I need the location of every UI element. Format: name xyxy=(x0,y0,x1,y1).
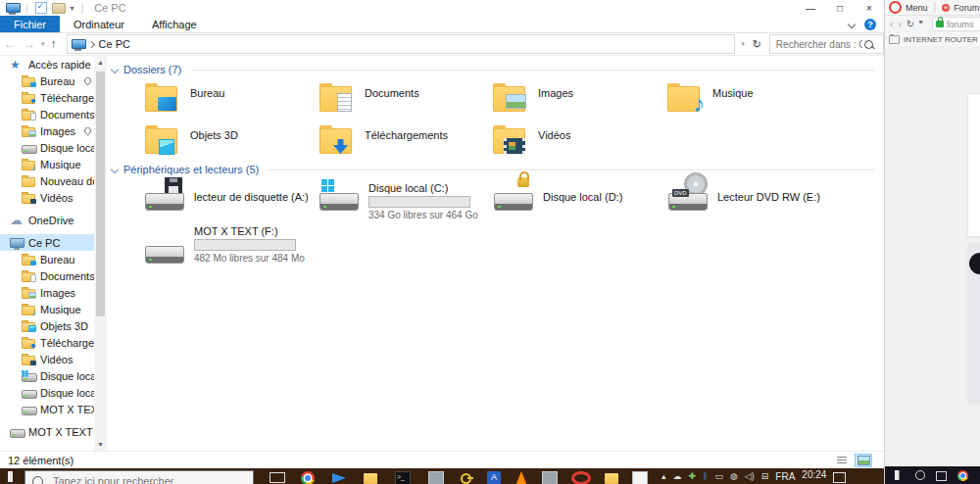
search-box[interactable] xyxy=(769,34,884,54)
clock[interactable]: 20:24 xyxy=(802,469,826,480)
sidebar-item-nouveau-dossier[interactable]: Nouveau dossier xyxy=(0,172,94,189)
customize-qat-chevron-icon[interactable]: ▾ xyxy=(71,4,74,13)
sidebar-item-musique-pc[interactable]: ♪Musique xyxy=(0,301,94,317)
cortana-icon[interactable] xyxy=(915,470,925,480)
sidebar-item-musique[interactable]: ♪Musique xyxy=(0,156,94,172)
onedrive-tray-icon[interactable]: ☁ xyxy=(673,472,682,481)
folder-tile-musique[interactable]: ♪ Musique xyxy=(667,81,838,121)
address-dropdown-chevron-icon[interactable]: ▾ xyxy=(741,40,745,48)
file-explorer-icon[interactable] xyxy=(364,473,377,484)
folder-tile-bureau[interactable]: Bureau xyxy=(145,81,316,121)
tab-ordinateur[interactable]: Ordinateur xyxy=(60,16,138,32)
sidebar-item-documents[interactable]: Documents xyxy=(0,106,94,122)
sidebar-item-telechargements[interactable]: Téléchargements xyxy=(0,89,94,106)
drive-tile-mot-x-text-f[interactable]: MOT X TEXT (F:) 482 Mo libres sur 484 Mo xyxy=(145,224,316,264)
display-tray-icon[interactable]: ▭ xyxy=(714,472,723,481)
opera-menu-label[interactable]: Menu xyxy=(906,3,928,13)
maximize-button[interactable]: □ xyxy=(825,0,855,16)
folder-tile-objets-3d[interactable]: Objets 3D xyxy=(145,123,316,163)
browser-reload-icon[interactable]: ↻ xyxy=(906,19,914,29)
action-center-icon[interactable] xyxy=(833,472,846,483)
chrome-icon[interactable] xyxy=(957,470,968,481)
opera-icon[interactable] xyxy=(571,471,591,484)
start-button-windows-icon[interactable] xyxy=(895,470,905,480)
group-header-dossiers[interactable]: Dossiers (7) xyxy=(112,64,874,75)
drive-tile-floppy-a[interactable]: lecteur de disquette (A:) xyxy=(145,181,316,220)
sidebar-item-ce-pc[interactable]: Ce PC xyxy=(0,234,94,251)
sidebar-item-mot-x-text-root[interactable]: MOT X TEXT (F:) xyxy=(0,423,94,440)
bluetooth-icon[interactable]: ᛒ xyxy=(703,472,708,481)
browser-back-icon[interactable]: ‹ xyxy=(890,19,893,29)
volume-icon[interactable]: ◁) xyxy=(745,472,755,481)
vlc-icon[interactable] xyxy=(514,471,528,484)
word-app-icon[interactable] xyxy=(487,471,501,484)
sidebar-item-images-pc[interactable]: Images xyxy=(0,284,94,301)
close-button[interactable]: × xyxy=(855,0,884,16)
scrollbar-thumb[interactable] xyxy=(96,72,105,316)
collapse-group-chevron-icon[interactable] xyxy=(111,166,119,173)
scroll-down-icon[interactable]: ▾ xyxy=(94,438,107,451)
task-view-icon[interactable] xyxy=(936,471,947,481)
app-window-icon[interactable] xyxy=(428,471,444,484)
drive-tile-disque-d[interactable]: Disque local (D:) xyxy=(494,181,664,220)
sidebar-item-disque-d[interactable]: Disque local (D:) xyxy=(0,139,94,156)
recent-locations-chevron-icon[interactable]: ▾ xyxy=(41,40,45,48)
group-header-peripheriques[interactable]: Périphériques et lecteurs (5) xyxy=(112,164,874,175)
speed-dial-icon[interactable] xyxy=(919,21,927,28)
folder-tile-documents[interactable]: Documents xyxy=(319,81,490,121)
tab-fichier[interactable]: Fichier xyxy=(0,16,60,32)
sidebar-item-videos-pc[interactable]: Vidéos xyxy=(0,351,94,367)
collapse-group-chevron-icon[interactable] xyxy=(111,66,119,73)
up-button-icon[interactable]: ↑ xyxy=(51,37,57,51)
folder-icon[interactable] xyxy=(605,473,618,484)
language-indicator[interactable]: FRA xyxy=(775,471,795,482)
network-icon[interactable]: ◍ xyxy=(730,472,738,481)
refresh-icon[interactable]: ↻ xyxy=(753,38,761,51)
minimize-button[interactable]: — xyxy=(796,0,825,16)
sidebar-item-images[interactable]: Images xyxy=(0,122,94,139)
address-bar[interactable]: Ce PC xyxy=(67,34,736,54)
chrome-icon[interactable] xyxy=(301,471,315,484)
sidebar-item-documents-pc[interactable]: Documents xyxy=(0,267,94,284)
browser-url[interactable]: forums xyxy=(947,20,974,29)
new-folder-button-icon[interactable] xyxy=(52,3,66,14)
command-prompt-icon[interactable] xyxy=(395,471,411,484)
properties-button-icon[interactable] xyxy=(35,2,47,14)
breadcrumb[interactable]: Ce PC xyxy=(99,38,130,50)
scroll-up-icon[interactable]: ▴ xyxy=(94,56,107,69)
sidebar-item-objets-3d[interactable]: Objets 3D xyxy=(0,317,94,334)
expand-ribbon-chevron-icon[interactable] xyxy=(848,20,856,27)
sidebar-item-bureau-pc[interactable]: Bureau xyxy=(0,251,94,267)
folder-tile-telechargements[interactable]: Téléchargements xyxy=(319,123,490,163)
back-button-icon[interactable]: ← xyxy=(4,37,16,51)
bookmark-internet-router[interactable]: INTERNET ROUTER xyxy=(904,35,978,44)
forward-button-icon[interactable]: → xyxy=(24,37,35,51)
browser-address-field[interactable]: forums xyxy=(932,17,980,31)
drive-tile-disque-c[interactable]: Disque local (C:) 334 Go libres sur 464 … xyxy=(319,181,490,220)
notepad-icon[interactable] xyxy=(632,471,648,484)
sidebar-item-videos[interactable]: Vidéos xyxy=(0,189,94,206)
task-view-icon[interactable] xyxy=(270,472,285,483)
taskbar-search-box[interactable] xyxy=(24,470,254,484)
opera-menu-icon[interactable] xyxy=(889,1,902,14)
browser-forward-icon[interactable]: › xyxy=(898,19,901,29)
sidebar-item-mot-x-text-pc[interactable]: MOT X TEXT (F:) xyxy=(0,401,94,417)
sidebar-item-disque-d-pc[interactable]: Disque local (D:) xyxy=(0,384,94,401)
usb-tray-icon[interactable]: ⊟ xyxy=(761,472,769,481)
taskbar-search-input[interactable] xyxy=(51,474,231,484)
sidebar-scrollbar[interactable]: ▴ ▾ xyxy=(94,56,107,451)
folder-tile-images[interactable]: Images xyxy=(493,81,663,121)
sidebar-item-disque-c[interactable]: Disque local (C:) xyxy=(0,367,94,384)
large-icons-view-button[interactable] xyxy=(855,454,872,467)
help-icon[interactable]: ? xyxy=(864,19,876,30)
sidebar-item-onedrive[interactable]: ☁OneDrive xyxy=(0,212,94,228)
search-input[interactable] xyxy=(774,38,864,51)
tray-chevron-up-icon[interactable]: ▴ xyxy=(662,472,666,481)
sidebar-item-telechargements-pc[interactable]: Téléchargements xyxy=(0,334,94,351)
app-window-icon[interactable] xyxy=(542,471,558,484)
edge-icon[interactable] xyxy=(332,471,346,484)
sidebar-item-acces-rapide[interactable]: ★Accès rapide xyxy=(0,56,94,73)
breadcrumb-chevron-icon[interactable] xyxy=(87,40,94,47)
key-utility-icon[interactable] xyxy=(460,471,473,484)
browser-tab-title[interactable]: Forums - Le Crabe In xyxy=(954,3,980,13)
